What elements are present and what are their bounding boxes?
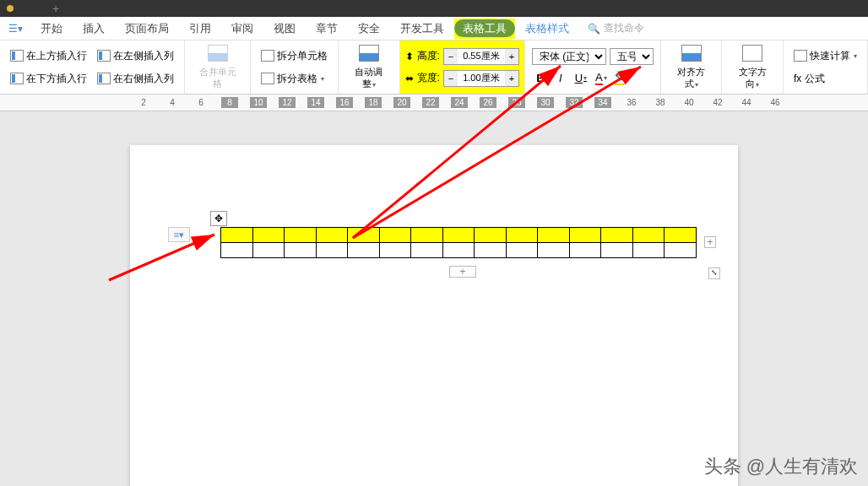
ruler-mark: 22 (422, 97, 439, 108)
height-icon: ⬍ (405, 51, 414, 62)
ruler: 2468101214161820222426283032343638404244… (0, 94, 868, 111)
ruler-mark: 14 (307, 97, 324, 108)
ruler-mark: 46 (767, 98, 784, 107)
page: ≡▾ ✥ + + ⤡ (130, 145, 738, 486)
merge-icon (208, 45, 228, 62)
font-size-select[interactable]: 五号 (610, 48, 654, 65)
title-bar: + (0, 0, 868, 17)
menu-start[interactable]: 开始 (30, 17, 73, 40)
menu-review[interactable]: 审阅 (221, 17, 263, 40)
window-dot (7, 5, 14, 12)
app-menu-icon[interactable]: ☰▾ (0, 23, 30, 35)
ruler-mark: 40 (681, 98, 697, 107)
split-table-icon (261, 73, 274, 84)
table-resize-handle[interactable]: ⤡ (708, 267, 720, 279)
italic-button[interactable]: I (552, 70, 569, 87)
ruler-mark: 24 (451, 97, 468, 108)
split-table-button[interactable]: 拆分表格▾ (258, 70, 331, 88)
ruler-mark: 42 (709, 98, 726, 107)
height-plus[interactable]: + (505, 49, 518, 64)
ruler-mark: 28 (508, 97, 525, 108)
ruler-mark: 4 (164, 98, 181, 107)
ribbon: 在上方插入行 在左侧插入列 在下方插入行 在右侧插入列 合并单元格 拆分单元格 … (0, 40, 868, 94)
split-cells-button[interactable]: 拆分单元格 (258, 47, 331, 65)
align-icon (681, 45, 702, 62)
ruler-mark: 8 (221, 97, 238, 108)
add-row-button[interactable]: + (449, 266, 476, 278)
ruler-mark: 10 (250, 97, 267, 108)
underline-button[interactable]: U▾ (572, 70, 589, 87)
bold-button[interactable]: B (532, 70, 549, 87)
ruler-mark: 12 (279, 97, 296, 108)
calc-icon (794, 50, 807, 62)
ruler-mark: 38 (652, 98, 669, 107)
width-label: 宽度: (417, 71, 440, 85)
width-input[interactable] (458, 71, 505, 86)
insert-row-below-button[interactable]: 在下方插入行 (7, 70, 90, 88)
table-row[interactable] (221, 228, 697, 243)
menu-bar: ☰▾ 开始 插入 页面布局 引用 审阅 视图 章节 安全 开发工具 表格工具 表… (0, 17, 868, 40)
table-move-handle[interactable]: ✥ (210, 211, 227, 226)
add-column-button[interactable]: + (704, 236, 716, 248)
row-below-icon (10, 73, 24, 84)
autofit-button[interactable]: 自动调整▾ (345, 45, 393, 90)
svg-line-2 (109, 235, 214, 280)
menu-layout[interactable]: 页面布局 (115, 17, 179, 40)
watermark: 头条 @人生有清欢 (704, 454, 858, 479)
highlight-button[interactable]: ✎▾ (613, 70, 630, 87)
menu-chapter[interactable]: 章节 (306, 17, 348, 40)
page-area: ≡▾ ✥ + + ⤡ (0, 111, 868, 486)
size-group: ⬍ 高度: − + ⬌ 宽度: − + (400, 40, 525, 94)
ruler-mark: 32 (566, 97, 583, 108)
ruler-mark: 6 (193, 98, 209, 107)
textdir-icon (742, 45, 762, 62)
ruler-mark: 20 (393, 97, 410, 108)
new-tab-button[interactable]: + (52, 2, 59, 15)
row-above-icon (10, 50, 24, 62)
ruler-mark: 2 (135, 98, 152, 107)
command-search[interactable]: 🔍 查找命令 (588, 21, 644, 35)
menu-view[interactable]: 视图 (263, 17, 306, 40)
menu-references[interactable]: 引用 (179, 17, 221, 40)
menu-table-tools[interactable]: 表格工具 (454, 19, 515, 37)
formula-button[interactable]: fx 公式 (790, 70, 860, 88)
quick-calc-button[interactable]: 快速计算▾ (790, 47, 860, 65)
font-color-button[interactable]: A▾ (593, 70, 610, 87)
ruler-mark: 34 (594, 97, 611, 108)
menu-insert[interactable]: 插入 (73, 17, 115, 40)
height-spinner[interactable]: − + (443, 48, 519, 65)
font-name-select[interactable]: 宋体 (正文) (532, 48, 606, 65)
paragraph-button[interactable]: ≡▾ (168, 227, 190, 242)
menu-table-style[interactable]: 表格样式 (515, 21, 579, 36)
ruler-mark: 16 (336, 97, 353, 108)
ruler-mark: 30 (537, 97, 554, 108)
height-minus[interactable]: − (444, 49, 458, 64)
insert-row-above-button[interactable]: 在上方插入行 (7, 47, 90, 65)
width-minus[interactable]: − (444, 71, 458, 86)
ruler-mark: 18 (365, 97, 382, 108)
merge-cells-button: 合并单元格 (192, 45, 243, 90)
width-plus[interactable]: + (505, 71, 518, 86)
height-label: 高度: (417, 49, 440, 63)
ruler-mark: 26 (480, 97, 496, 108)
document-table[interactable] (220, 227, 697, 258)
menu-dev[interactable]: 开发工具 (390, 17, 454, 40)
col-left-icon (97, 50, 111, 62)
highlight-wrap: 表格工具 (454, 19, 515, 39)
ruler-mark: 44 (738, 98, 755, 107)
width-icon: ⬌ (405, 73, 414, 84)
table-row[interactable] (221, 243, 697, 258)
insert-col-left-button[interactable]: 在左侧插入列 (94, 47, 177, 65)
insert-col-right-button[interactable]: 在右侧插入列 (94, 70, 177, 88)
width-spinner[interactable]: − + (443, 70, 519, 87)
ruler-mark: 36 (623, 98, 640, 107)
align-button[interactable]: 对齐方式▾ (668, 45, 715, 90)
search-placeholder: 查找命令 (604, 21, 644, 35)
menu-security[interactable]: 安全 (348, 17, 390, 40)
height-input[interactable] (458, 49, 505, 64)
col-right-icon (97, 73, 111, 84)
search-icon: 🔍 (588, 23, 600, 35)
text-direction-button[interactable]: 文字方向▾ (729, 45, 776, 90)
split-cells-icon (261, 50, 274, 62)
autofit-icon (359, 45, 379, 62)
